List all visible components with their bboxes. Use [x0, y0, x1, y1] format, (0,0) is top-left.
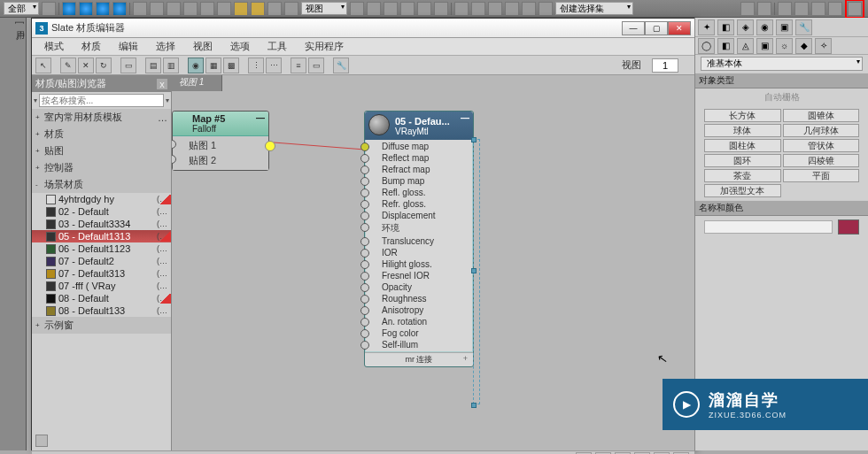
- node-b-row[interactable]: Bump map: [366, 175, 472, 187]
- rp-sub-2[interactable]: ◧: [717, 38, 734, 54]
- tree-item[interactable]: 07 - Default2(…: [32, 255, 171, 267]
- node-b-row[interactable]: Reflect map: [366, 152, 472, 164]
- rollout-object-type[interactable]: 对象类型: [695, 73, 868, 88]
- tb-15[interactable]: [350, 2, 364, 16]
- ed-3[interactable]: ✕: [78, 58, 94, 73]
- ed-12[interactable]: ⋯: [266, 58, 282, 73]
- primitive-button[interactable]: 茶壶: [704, 169, 781, 182]
- tb-17[interactable]: [384, 2, 398, 16]
- titlebar[interactable]: 3 Slate 材质编辑器 — ▢ ✕: [32, 19, 694, 38]
- chevron-down-icon-2[interactable]: ▾: [166, 96, 169, 104]
- object-name-field[interactable]: [704, 220, 833, 234]
- ed-8[interactable]: ◉: [188, 58, 204, 73]
- view-number[interactable]: 1: [652, 58, 678, 73]
- tb-23[interactable]: [488, 2, 502, 16]
- menu-select[interactable]: 选择: [149, 38, 182, 55]
- pick-tool[interactable]: ✎: [60, 58, 76, 73]
- tb-5[interactable]: [133, 2, 147, 16]
- node-b-row[interactable]: Fresnel IOR: [366, 270, 472, 281]
- node-b-row[interactable]: Opacity: [366, 281, 472, 293]
- tb-highlighted[interactable]: [848, 2, 862, 16]
- ed-6[interactable]: ▤: [145, 58, 161, 73]
- node-a-row-1[interactable]: 贴图 2: [173, 153, 268, 168]
- ed-10[interactable]: ▩: [223, 58, 239, 73]
- node-b-row[interactable]: An. rotation: [366, 316, 472, 327]
- tb-10[interactable]: [217, 2, 231, 16]
- node-b-row[interactable]: Refl. gloss.: [366, 187, 472, 198]
- ed-5[interactable]: ▭: [120, 58, 136, 73]
- tb-1[interactable]: [42, 2, 56, 16]
- ed-9[interactable]: ▦: [205, 58, 221, 73]
- node-a-row-0[interactable]: 贴图 1: [173, 138, 268, 153]
- tree-item[interactable]: 08 - Default(…: [32, 292, 171, 304]
- tb-18[interactable]: [400, 2, 415, 16]
- node-b-row[interactable]: Refr. gloss.: [366, 198, 472, 210]
- tree-item[interactable]: 05 - Default1313(…: [32, 230, 171, 242]
- tb-25[interactable]: [522, 2, 536, 16]
- node-b-row[interactable]: Refract map: [366, 164, 472, 175]
- ed-11[interactable]: ⋮: [248, 58, 264, 73]
- rp-sub-4[interactable]: ▣: [756, 38, 773, 54]
- tree-item[interactable]: 02 - Default(…: [32, 205, 171, 218]
- rp-display[interactable]: ▣: [776, 19, 793, 35]
- rp-sub-3[interactable]: ◬: [737, 38, 754, 54]
- tree-section-header[interactable]: +贴图: [32, 142, 171, 159]
- node-b-row[interactable]: IOR: [366, 247, 472, 258]
- tree-item[interactable]: 07 - Default313(…: [32, 267, 171, 280]
- primitive-button[interactable]: 四棱锥: [783, 154, 860, 167]
- ed-7[interactable]: ▥: [163, 58, 179, 73]
- node-b-row[interactable]: Anisotropy: [366, 304, 472, 316]
- rp-modify[interactable]: ◧: [717, 19, 734, 35]
- node-vraymtl[interactable]: 05 - Defau... VRayMtl — Diffuse mapRefle…: [364, 111, 474, 367]
- tree-item[interactable]: 07 -fff ( VRay(…: [32, 280, 171, 292]
- tb-9[interactable]: [200, 2, 214, 16]
- tb-26[interactable]: [539, 2, 553, 16]
- rp-motion[interactable]: ◉: [756, 19, 773, 35]
- tree-section-header[interactable]: +示例窗: [32, 317, 171, 334]
- rp-hierarchy[interactable]: ◈: [737, 19, 754, 35]
- rp-create[interactable]: ✦: [698, 19, 715, 35]
- menu-mode[interactable]: 模式: [37, 38, 71, 55]
- tb-12[interactable]: [251, 2, 265, 16]
- tree-item[interactable]: 4yhtrdgdy hy(…: [32, 193, 171, 205]
- tb-sphere1[interactable]: [62, 2, 76, 16]
- primitive-button[interactable]: 圆环: [704, 154, 781, 167]
- node-b-row[interactable]: Roughness: [366, 293, 472, 304]
- tree-section-header[interactable]: +控制器: [32, 159, 171, 176]
- tb-8[interactable]: [183, 2, 198, 16]
- primitive-button[interactable]: 长方体: [704, 109, 781, 122]
- object-color-swatch[interactable]: [838, 219, 859, 235]
- primitive-button[interactable]: 几何球体: [783, 124, 860, 137]
- primitive-button[interactable]: 加强型文本: [704, 184, 781, 197]
- tb-14[interactable]: [284, 2, 298, 16]
- tb-sphere4[interactable]: [112, 2, 127, 16]
- node-a-min[interactable]: —: [256, 113, 265, 123]
- tree-section-header[interactable]: +材质: [32, 126, 171, 142]
- scope-dropdown[interactable]: 全部: [4, 2, 39, 15]
- tree-section-header[interactable]: +室内常用材质模板…: [32, 109, 171, 126]
- tb-20[interactable]: [434, 2, 448, 16]
- rp-sub-5[interactable]: ☼: [776, 38, 793, 54]
- primitive-button[interactable]: 球体: [704, 124, 781, 137]
- node-b-row[interactable]: 环境: [366, 221, 472, 235]
- tb-34[interactable]: [811, 2, 825, 16]
- arrow-tool[interactable]: ↖: [35, 58, 51, 73]
- tb-6[interactable]: [150, 2, 164, 16]
- minimize-button[interactable]: —: [622, 21, 645, 35]
- tb-19[interactable]: [417, 2, 431, 16]
- node-a-output-port[interactable]: [265, 141, 275, 151]
- menu-tools[interactable]: 工具: [260, 38, 294, 55]
- tree-item[interactable]: 06 - Default1123(…: [32, 242, 171, 255]
- tb-13[interactable]: [267, 2, 282, 16]
- view-dropdown[interactable]: 视图: [301, 2, 347, 15]
- tb-32[interactable]: [778, 2, 792, 16]
- ed-14[interactable]: ▭: [308, 58, 324, 73]
- menu-options[interactable]: 选项: [223, 38, 257, 55]
- node-b-min[interactable]: —: [461, 113, 469, 123]
- tb-35[interactable]: [828, 2, 842, 16]
- node-canvas[interactable]: 视图 1 Map #5 Falloff — 贴图 1 贴图 2: [172, 75, 694, 450]
- menu-view[interactable]: 视图: [186, 38, 220, 55]
- tb-24[interactable]: [505, 2, 519, 16]
- tb-33[interactable]: [794, 2, 809, 16]
- node-b-row[interactable]: Translucency: [366, 235, 472, 247]
